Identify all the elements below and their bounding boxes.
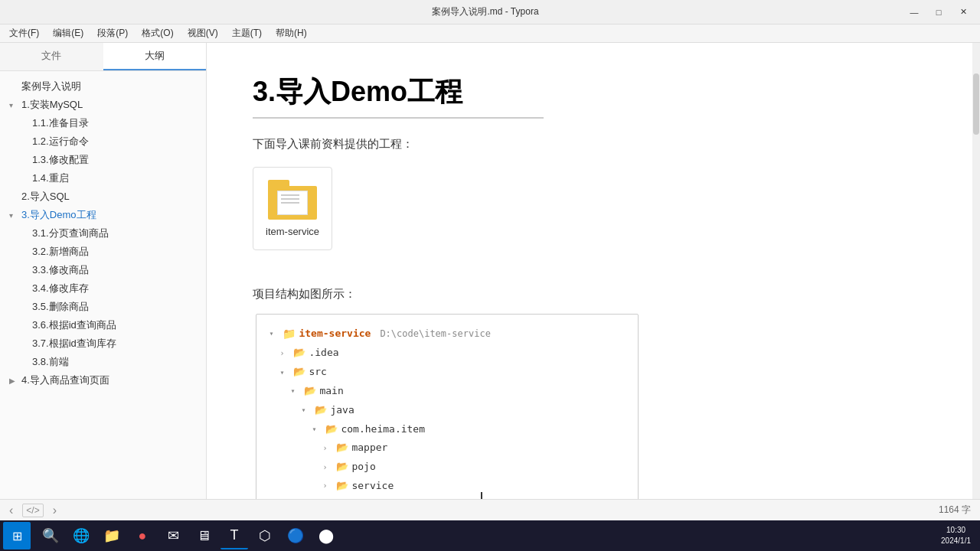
folder-body bbox=[268, 186, 317, 220]
chevron-right-idea-icon: › bbox=[279, 347, 290, 360]
close-button[interactable]: ✕ bbox=[952, 5, 974, 20]
tree-row-java: ▾ 📂 java bbox=[301, 401, 626, 420]
taskbar-typora[interactable]: T bbox=[220, 522, 248, 549]
outline-item-11[interactable]: 3.4.修改库存 bbox=[0, 279, 206, 298]
idea-label: .idea bbox=[309, 345, 338, 361]
taskbar-app2[interactable]: ⬡ bbox=[251, 522, 279, 549]
outline-item-13[interactable]: 3.6.根据id查询商品 bbox=[0, 316, 206, 334]
src-label: src bbox=[309, 364, 326, 380]
tree-toggle-16: ▶ bbox=[9, 377, 18, 385]
outline-item-16[interactable]: ▶4.导入商品查询页面 bbox=[0, 371, 206, 390]
outline-item-8[interactable]: 3.1.分页查询商品 bbox=[0, 224, 206, 243]
folder-icon bbox=[268, 180, 317, 220]
menu-paragraph[interactable]: 段落(P) bbox=[91, 25, 134, 41]
chevron-down-icon: ▾ bbox=[269, 328, 279, 340]
outline-item-12[interactable]: 3.5.删除商品 bbox=[0, 298, 206, 316]
outline-label-11: 3.4.修改库存 bbox=[32, 282, 89, 295]
main-layout: 文件 大纲 案例导入说明▾1.安装MySQL1.1.准备目录1.2.运行命令1.… bbox=[0, 43, 980, 499]
folder-icon-root: 📁 bbox=[283, 325, 296, 342]
taskbar-app3[interactable]: 🔵 bbox=[282, 522, 309, 549]
chevron-right-service-icon: › bbox=[322, 480, 333, 492]
intro-text: 下面导入课前资料提供的工程： bbox=[253, 137, 926, 152]
outline-item-9[interactable]: 3.2.新增商品 bbox=[0, 243, 206, 261]
menu-file[interactable]: 文件(F) bbox=[3, 25, 45, 41]
outline-item-1[interactable]: ▾1.安装MySQL bbox=[0, 96, 206, 114]
folder-card[interactable]: item-service bbox=[253, 167, 332, 250]
tree-row-pojo: › 📂 pojo bbox=[322, 458, 626, 477]
project-tree: ▾ 📁 item-service D:\code\item-service › … bbox=[256, 314, 639, 499]
tree-row-main: ▾ 📂 main bbox=[290, 382, 626, 401]
outline-label-9: 3.2.新增商品 bbox=[32, 245, 89, 259]
taskbar-search[interactable]: 🔍 bbox=[37, 522, 64, 549]
outline-item-2[interactable]: 1.1.准备目录 bbox=[0, 114, 206, 132]
minimize-button[interactable]: — bbox=[903, 5, 925, 20]
tree-row-src: ▾ 📂 src bbox=[279, 363, 626, 382]
chevron-down-main-icon: ▾ bbox=[290, 385, 301, 397]
scrollbar-thumb[interactable] bbox=[973, 73, 979, 135]
outline-label-14: 3.7.根据id查询库存 bbox=[32, 337, 116, 350]
bottom-bar-left: ‹ </> › bbox=[9, 504, 57, 517]
word-count: 1164 字 bbox=[939, 504, 971, 517]
outline-item-5[interactable]: 1.4.重启 bbox=[0, 169, 206, 187]
taskbar-app4[interactable]: ⬤ bbox=[312, 522, 340, 549]
maximize-button[interactable]: □ bbox=[928, 5, 949, 20]
root-path: D:\code\item-service bbox=[380, 327, 491, 341]
folder-label: item-service bbox=[266, 226, 319, 237]
paper-line-1 bbox=[281, 194, 299, 196]
service-label: service bbox=[351, 478, 394, 494]
outline-item-3[interactable]: 1.2.运行命令 bbox=[0, 132, 206, 151]
outline-label-5: 1.4.重启 bbox=[32, 171, 69, 185]
scrollbar-track[interactable] bbox=[972, 43, 980, 499]
folder-icon-pkg: 📂 bbox=[325, 422, 338, 438]
outline-label-12: 3.5.删除商品 bbox=[32, 300, 89, 314]
tree-row-idea: › 📂 .idea bbox=[279, 344, 626, 363]
source-mode-button[interactable]: </> bbox=[22, 504, 43, 517]
folder-paper bbox=[277, 191, 308, 215]
taskbar-red[interactable]: ● bbox=[129, 522, 156, 549]
folder-icon-idea: 📂 bbox=[293, 345, 305, 361]
title-bar: 案例导入说明.md - Typora — □ ✕ bbox=[0, 0, 980, 24]
chevron-down-src-icon: ▾ bbox=[279, 367, 290, 379]
menu-theme[interactable]: 主题(T) bbox=[226, 25, 268, 41]
outline-item-7[interactable]: ▾3.导入Demo工程 bbox=[0, 206, 206, 224]
menu-view[interactable]: 视图(V) bbox=[181, 25, 224, 41]
outline-label-13: 3.6.根据id查询商品 bbox=[32, 318, 116, 332]
chevron-down-java-icon: ▾ bbox=[301, 404, 312, 416]
outline-item-0[interactable]: 案例导入说明 bbox=[0, 77, 206, 96]
nav-next-button[interactable]: › bbox=[53, 504, 57, 517]
menu-format[interactable]: 格式(O) bbox=[136, 25, 179, 41]
outline-label-0: 案例导入说明 bbox=[21, 80, 81, 93]
taskbar-clock: 10:30 2024/1/1 bbox=[935, 525, 977, 546]
tab-files[interactable]: 文件 bbox=[0, 43, 103, 70]
nav-prev-button[interactable]: ‹ bbox=[9, 504, 13, 517]
outline-item-4[interactable]: 1.3.修改配置 bbox=[0, 151, 206, 169]
start-button[interactable]: ⊞ bbox=[3, 522, 31, 549]
menu-help[interactable]: 帮助(H) bbox=[270, 25, 313, 41]
outline-label-7: 3.导入Demo工程 bbox=[21, 208, 96, 222]
main-label: main bbox=[319, 383, 343, 399]
pojo-label: pojo bbox=[351, 459, 375, 475]
sidebar-tabs: 文件 大纲 bbox=[0, 43, 206, 71]
taskbar-explorer[interactable]: 📁 bbox=[98, 522, 126, 549]
folder-icon-service: 📂 bbox=[336, 478, 348, 494]
taskbar-browser[interactable]: 🌐 bbox=[67, 522, 95, 549]
tab-outline[interactable]: 大纲 bbox=[103, 43, 207, 70]
outline-label-2: 1.1.准备目录 bbox=[32, 116, 89, 130]
paper-line-3 bbox=[281, 202, 299, 204]
menu-edit[interactable]: 编辑(E) bbox=[47, 25, 90, 41]
folder-icon-main: 📂 bbox=[304, 383, 316, 399]
taskbar-mail[interactable]: ✉ bbox=[159, 522, 187, 549]
outline-item-15[interactable]: 3.8.前端 bbox=[0, 353, 206, 371]
outline-item-14[interactable]: 3.7.根据id查询库存 bbox=[0, 334, 206, 353]
taskbar-app1[interactable]: 🖥 bbox=[190, 522, 217, 549]
tree-row-root: ▾ 📁 item-service D:\code\item-service bbox=[269, 324, 626, 344]
paper-line-2 bbox=[281, 198, 299, 200]
outline-item-10[interactable]: 3.3.修改商品 bbox=[0, 261, 206, 279]
tree-row-package: ▾ 📂 com.heima.item bbox=[312, 420, 626, 439]
outline-item-6[interactable]: 2.导入SQL bbox=[0, 187, 206, 206]
tree-toggle-7: ▾ bbox=[9, 211, 18, 220]
bottom-bar-right: 1164 字 bbox=[939, 504, 971, 517]
structure-text: 项目结构如图所示： bbox=[253, 287, 926, 302]
content-area[interactable]: 3.导入Demo工程 下面导入课前资料提供的工程： bbox=[207, 43, 972, 499]
folder-icon-pojo: 📂 bbox=[336, 459, 348, 475]
